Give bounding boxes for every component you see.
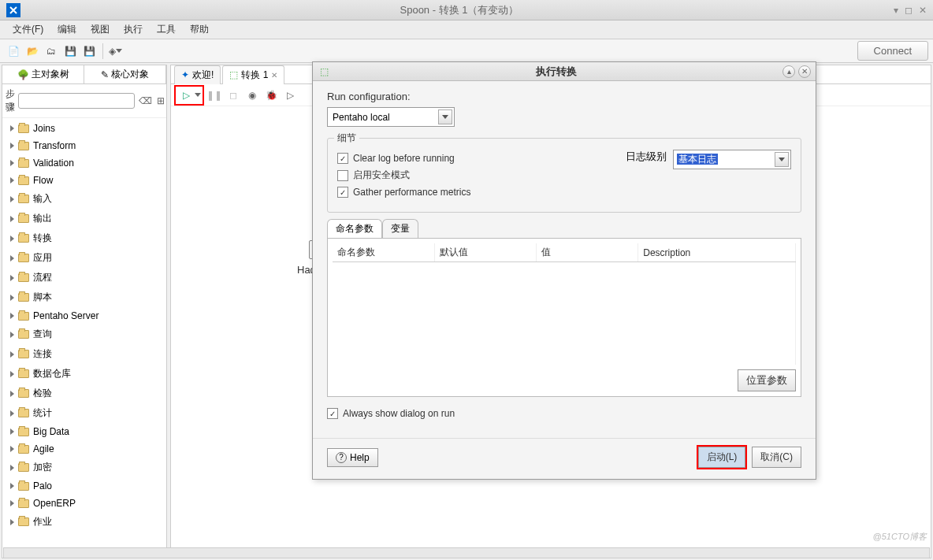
debug-icon[interactable]: 🐞 — [262, 87, 280, 104]
new-file-icon[interactable]: 📄 — [5, 43, 22, 60]
position-params-button[interactable]: 位置参数 — [738, 369, 796, 391]
clear-log-checkbox[interactable]: Clear log before running — [337, 153, 626, 164]
close-icon[interactable]: ✕ — [919, 5, 927, 16]
tree-item[interactable]: 数据仓库 — [2, 364, 166, 384]
expand-arrow-icon[interactable] — [10, 410, 14, 417]
tree-item[interactable]: 流程 — [2, 268, 166, 287]
expand-arrow-icon[interactable] — [10, 371, 14, 377]
col-default[interactable]: 默认值 — [434, 243, 536, 262]
run-icon[interactable]: ▷ — [177, 87, 195, 104]
expand-arrow-icon[interactable] — [10, 196, 14, 202]
tab-transformation[interactable]: ⬚ 转换 1 ✕ — [222, 65, 284, 84]
col-desc[interactable]: Description — [638, 243, 796, 262]
dropdown-arrow-icon[interactable] — [438, 109, 452, 124]
help-button[interactable]: ? Help — [327, 448, 378, 467]
menu-file[interactable]: 文件(F) — [6, 20, 50, 39]
pause-icon[interactable]: ❚❚ — [206, 87, 223, 104]
tab-close-icon[interactable]: ✕ — [271, 71, 277, 80]
maximize-icon[interactable]: ◻ — [905, 5, 913, 16]
expand-arrow-icon[interactable] — [10, 216, 14, 222]
minimize-icon[interactable]: ▾ — [894, 5, 898, 16]
expand-arrow-icon[interactable] — [10, 332, 14, 338]
tree-item[interactable]: 作业 — [2, 512, 166, 532]
explore-icon[interactable]: 🗂 — [43, 43, 60, 60]
tab-main-tree[interactable]: 🌳 主对象树 — [2, 65, 84, 83]
folder-icon — [18, 195, 29, 203]
col-value[interactable]: 值 — [537, 243, 638, 262]
menu-edit[interactable]: 编辑 — [51, 20, 83, 39]
preview-icon[interactable]: ◉ — [243, 87, 261, 104]
tree-item[interactable]: 转换 — [2, 228, 166, 248]
expand-arrow-icon[interactable] — [10, 465, 14, 471]
tree-item[interactable]: 统计 — [2, 403, 166, 423]
tab-core-objects[interactable]: ✎ 核心对象 — [84, 65, 166, 83]
search-input[interactable] — [18, 93, 135, 109]
menu-tools[interactable]: 工具 — [151, 20, 182, 39]
save-as-icon[interactable]: 💾 — [80, 43, 98, 60]
expand-arrow-icon[interactable] — [10, 428, 14, 435]
expand-arrow-icon[interactable] — [10, 446, 14, 452]
tree-item[interactable]: Joins — [2, 120, 166, 137]
folder-icon — [18, 234, 29, 243]
log-level-select[interactable]: 基本日志 — [673, 150, 791, 169]
safe-mode-checkbox[interactable]: 启用安全模式 — [337, 169, 626, 182]
dialog-close-icon[interactable]: ✕ — [798, 65, 811, 78]
tree-item[interactable]: OpenERP — [2, 495, 166, 512]
save-icon[interactable]: 💾 — [61, 43, 79, 60]
perspective-icon[interactable]: ◈ — [106, 43, 124, 60]
expand-arrow-icon[interactable] — [10, 483, 14, 489]
menu-help[interactable]: 帮助 — [184, 20, 215, 39]
open-file-icon[interactable]: 📂 — [24, 43, 41, 60]
expand-arrow-icon[interactable] — [10, 255, 14, 261]
expand-arrow-icon[interactable] — [10, 519, 14, 525]
tree-item[interactable]: Big Data — [2, 423, 166, 440]
tree-item[interactable]: 脚本 — [2, 287, 166, 307]
tree-item[interactable]: Pentaho Server — [2, 307, 166, 325]
start-button[interactable]: 启动(L) — [698, 447, 746, 468]
tab-welcome[interactable]: ✦ 欢迎! — [174, 65, 221, 84]
tree-item[interactable]: Transform — [2, 137, 166, 154]
expand-icon[interactable]: ⊞ — [154, 94, 167, 108]
expand-arrow-icon[interactable] — [10, 125, 14, 132]
expand-arrow-icon[interactable] — [10, 177, 14, 184]
connect-button[interactable]: Connect — [857, 41, 928, 61]
menu-run[interactable]: 执行 — [117, 20, 149, 39]
tree-item[interactable]: 输入 — [2, 189, 166, 209]
expand-arrow-icon[interactable] — [10, 351, 14, 358]
tab-named-params[interactable]: 命名参数 — [327, 219, 382, 238]
col-name[interactable]: 命名参数 — [333, 243, 434, 262]
expand-arrow-icon[interactable] — [10, 235, 14, 242]
dropdown-arrow-icon[interactable] — [775, 152, 789, 167]
tree-item[interactable]: 连接 — [2, 344, 166, 364]
dialog-up-icon[interactable]: ▴ — [782, 65, 795, 78]
run-dropdown-icon[interactable] — [195, 93, 201, 97]
expand-arrow-icon[interactable] — [10, 391, 14, 397]
tree-item[interactable]: Validation — [2, 154, 166, 172]
run-config-select[interactable]: Pentaho local — [327, 107, 455, 127]
params-table[interactable]: 命名参数 默认值 值 Description — [333, 243, 796, 365]
expand-arrow-icon[interactable] — [10, 143, 14, 149]
expand-arrow-icon[interactable] — [10, 160, 14, 166]
stop-icon[interactable]: ◻ — [225, 87, 242, 104]
replay-icon[interactable]: ▷ — [281, 87, 299, 104]
menu-view[interactable]: 视图 — [84, 20, 116, 39]
tab-variables[interactable]: 变量 — [382, 219, 418, 238]
horizontal-scrollbar[interactable] — [3, 547, 930, 558]
tree-item[interactable]: 查询 — [2, 325, 166, 344]
tree-item[interactable]: 检验 — [2, 384, 166, 403]
expand-arrow-icon[interactable] — [10, 295, 14, 301]
cancel-button[interactable]: 取消(C) — [752, 447, 801, 468]
tree-item[interactable]: Palo — [2, 477, 166, 495]
dialog-title-bar[interactable]: ⬚ 执行转换 ▴ ✕ — [313, 62, 816, 81]
tree-item[interactable]: Agile — [2, 440, 166, 458]
expand-arrow-icon[interactable] — [10, 275, 14, 281]
clear-search-icon[interactable]: ⌫ — [138, 94, 152, 108]
tree-item[interactable]: 输出 — [2, 209, 166, 228]
tree-item[interactable]: 加密 — [2, 458, 166, 477]
tree-item[interactable]: Flow — [2, 172, 166, 189]
tree-item[interactable]: 应用 — [2, 248, 166, 268]
always-show-checkbox[interactable]: Always show dialog on run — [327, 408, 801, 419]
gather-metrics-checkbox[interactable]: Gather performance metrics — [337, 187, 626, 198]
expand-arrow-icon[interactable] — [10, 313, 14, 319]
expand-arrow-icon[interactable] — [10, 500, 14, 506]
